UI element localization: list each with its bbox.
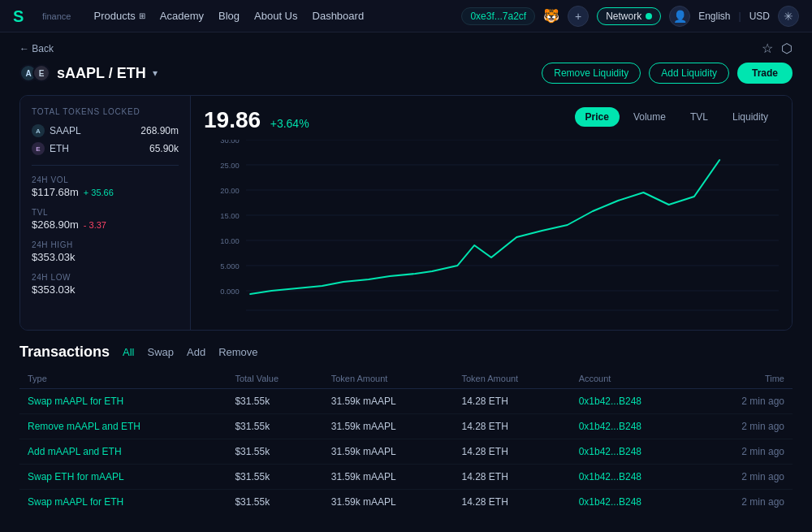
trade-button[interactable]: Trade bbox=[737, 63, 793, 84]
tx-account[interactable]: 0x1b42...B248 bbox=[571, 465, 698, 490]
tx-filter-all[interactable]: All bbox=[123, 346, 134, 358]
token-eth-row: E ETH 65.90k bbox=[32, 142, 179, 155]
tx-type[interactable]: Remove mAAPL and ETH bbox=[19, 414, 227, 439]
logo[interactable]: S finance bbox=[13, 7, 71, 25]
tab-price[interactable]: Price bbox=[575, 107, 620, 127]
tx-table: Type Total Value Token Amount Token Amou… bbox=[19, 369, 793, 514]
svg-text:10.00: 10.00 bbox=[220, 237, 239, 245]
tvl-change: - 3.37 bbox=[84, 220, 106, 230]
navbar: S finance Products ⊞ Academy Blog About … bbox=[0, 0, 812, 32]
tx-type[interactable]: Add mAAPL and ETH bbox=[19, 439, 227, 465]
add-liquidity-button[interactable]: Add Liquidity bbox=[649, 63, 729, 84]
tx-type[interactable]: Swap ETH for mAAPL bbox=[19, 465, 227, 490]
tokens-locked-label: TOTAL TOKENS LOCKED bbox=[32, 107, 179, 116]
saapl-amount: 268.90m bbox=[140, 125, 179, 136]
nav-right: 0xe3f...7a2cf 🐯 + Network 👤 English | US… bbox=[461, 6, 799, 27]
tx-title: Transactions bbox=[19, 344, 110, 361]
page-actions: ☆ ⬡ bbox=[762, 41, 793, 56]
tx-account[interactable]: 0x1b42...B248 bbox=[571, 414, 698, 439]
token2-icon: E bbox=[32, 64, 50, 82]
user-icon[interactable]: 👤 bbox=[669, 6, 690, 27]
low-label: 24H LOW bbox=[32, 273, 179, 282]
token-icons: A E bbox=[19, 64, 50, 82]
pair-chevron[interactable]: ▾ bbox=[153, 67, 158, 79]
tx-amt2: 14.28 ETH bbox=[453, 414, 570, 439]
tx-filter-swap[interactable]: Swap bbox=[148, 346, 175, 358]
tab-tvl[interactable]: TVL bbox=[680, 107, 719, 127]
eth-amount: 65.90k bbox=[149, 143, 179, 154]
currency-selector[interactable]: USD bbox=[749, 11, 770, 22]
nav-links: Products ⊞ Academy Blog About Us Dashboa… bbox=[93, 10, 445, 22]
token-saapl-row: A SAAPL 268.90m bbox=[32, 124, 179, 137]
svg-text:25.00: 25.00 bbox=[220, 162, 239, 170]
right-panel: 19.86 +3.64% Price Volume TVL Liquidity bbox=[191, 96, 792, 330]
eth-name: ETH bbox=[50, 143, 69, 154]
tx-type[interactable]: Swap mAAPL for ETH bbox=[19, 389, 227, 414]
tab-liquidity[interactable]: Liquidity bbox=[722, 107, 779, 127]
tx-filter-remove[interactable]: Remove bbox=[218, 346, 257, 358]
remove-liquidity-button[interactable]: Remove Liquidity bbox=[542, 63, 641, 84]
page-content: ← Back ☆ ⬡ A E sAAPL / ETH ▾ Remove Liqu… bbox=[0, 32, 812, 522]
grid-icon: ⊞ bbox=[139, 11, 145, 20]
eth-icon: E bbox=[32, 142, 45, 155]
tx-amt2: 14.28 ETH bbox=[453, 389, 570, 414]
pair-buttons: Remove Liquidity Add Liquidity Trade bbox=[542, 63, 793, 84]
table-row: Swap mAAPL for ETH $31.55k 31.59k mAAPL … bbox=[19, 389, 793, 414]
tx-time: 2 min ago bbox=[698, 389, 793, 414]
settings-icon[interactable]: ✳ bbox=[778, 6, 799, 27]
tx-body: Swap mAAPL for ETH $31.55k 31.59k mAAPL … bbox=[19, 389, 793, 515]
back-button[interactable]: ← Back bbox=[19, 43, 54, 54]
vol-label: 24H VOL bbox=[32, 175, 179, 184]
tx-header: Transactions All Swap Add Remove bbox=[19, 344, 793, 361]
svg-text:30.00: 30.00 bbox=[220, 140, 239, 145]
share-icon[interactable]: ⬡ bbox=[781, 41, 793, 56]
tx-filter-add[interactable]: Add bbox=[187, 346, 205, 358]
nav-about[interactable]: About Us bbox=[254, 10, 297, 22]
favorite-icon[interactable]: ☆ bbox=[762, 41, 773, 56]
tx-time: 2 min ago bbox=[698, 490, 793, 515]
stat-tvl: TVL $268.90m - 3.37 bbox=[32, 208, 179, 231]
tx-value: $31.55k bbox=[227, 490, 322, 515]
nav-academy[interactable]: Academy bbox=[160, 10, 204, 22]
chart-area: 30.00 25.00 20.00 15.00 10.00 5.000 0.00… bbox=[204, 140, 779, 318]
saapl-name: SAAPL bbox=[50, 125, 81, 136]
left-panel: TOTAL TOKENS LOCKED A SAAPL 268.90m E ET… bbox=[20, 96, 191, 330]
tx-amt1: 31.59k mAAPL bbox=[323, 465, 454, 490]
tx-account[interactable]: 0x1b42...B248 bbox=[571, 389, 698, 414]
table-row: Swap ETH for mAAPL $31.55k 31.59k mAAPL … bbox=[19, 465, 793, 490]
nav-dashboard[interactable]: Dashboard bbox=[313, 10, 365, 22]
tx-value: $31.55k bbox=[227, 465, 322, 490]
nav-products[interactable]: Products ⊞ bbox=[93, 10, 145, 22]
table-header-row: Type Total Value Token Amount Token Amou… bbox=[19, 369, 793, 389]
stat-vol: 24H VOL $117.68m + 35.66 bbox=[32, 175, 179, 198]
add-icon[interactable]: + bbox=[568, 6, 589, 27]
tx-account[interactable]: 0x1b42...B248 bbox=[571, 490, 698, 515]
price-line bbox=[250, 160, 719, 294]
col-token-amount-1: Token Amount bbox=[323, 369, 454, 389]
tx-account[interactable]: 0x1b42...B248 bbox=[571, 439, 698, 465]
tx-time: 2 min ago bbox=[698, 465, 793, 490]
transactions-section: Transactions All Swap Add Remove Type To… bbox=[19, 344, 793, 522]
tx-time: 2 min ago bbox=[698, 414, 793, 439]
chart-change: +3.64% bbox=[270, 117, 309, 130]
nav-divider: | bbox=[739, 11, 741, 22]
col-account: Account bbox=[571, 369, 698, 389]
language-selector[interactable]: English bbox=[698, 11, 730, 22]
tvl-label: TVL bbox=[32, 208, 179, 217]
tx-time: 2 min ago bbox=[698, 439, 793, 465]
col-type: Type bbox=[19, 369, 227, 389]
low-value: $353.03k bbox=[32, 283, 179, 296]
tvl-value: $268.90m - 3.37 bbox=[32, 218, 179, 231]
svg-text:5.000: 5.000 bbox=[220, 262, 239, 270]
tx-type[interactable]: Swap mAAPL for ETH bbox=[19, 490, 227, 515]
wallet-address[interactable]: 0xe3f...7a2cf bbox=[461, 7, 535, 25]
network-dot bbox=[646, 13, 652, 19]
network-button[interactable]: Network bbox=[597, 7, 661, 25]
table-row: Add mAAPL and ETH $31.55k 31.59k mAAPL 1… bbox=[19, 439, 793, 465]
nav-blog[interactable]: Blog bbox=[218, 10, 240, 22]
vol-value: $117.68m + 35.66 bbox=[32, 186, 179, 198]
tab-volume[interactable]: Volume bbox=[623, 107, 676, 127]
chart-svg: 30.00 25.00 20.00 15.00 10.00 5.000 0.00… bbox=[204, 140, 779, 318]
wallet-avatar: 🐯 bbox=[543, 8, 559, 24]
tx-amt2: 14.28 ETH bbox=[453, 439, 570, 465]
